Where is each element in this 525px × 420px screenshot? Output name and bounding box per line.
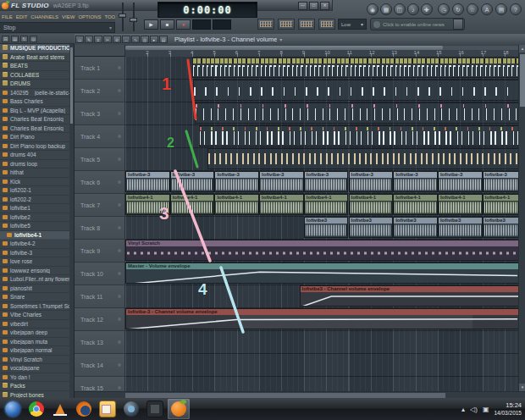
browser-item[interactable]: DRUMS <box>0 80 70 89</box>
audio-clip[interactable]: lofivibe4-1 <box>483 194 518 215</box>
menu-options[interactable]: OPTIONS <box>76 14 102 19</box>
time-panel-button[interactable]: ◷ <box>438 3 450 15</box>
audio-clip[interactable]: lofivibe4-1 <box>393 194 438 215</box>
browser-item[interactable]: lofivibe4-2 <box>0 240 70 249</box>
track-label[interactable]: Track 2 <box>75 80 125 102</box>
playlist-v-scrollbar[interactable]: ▴ ▾ <box>518 45 525 391</box>
typing-keyboard-button[interactable]: A <box>481 3 493 15</box>
browser-item[interactable]: COLLABES <box>0 71 70 80</box>
browser-item[interactable]: Sometimes I.Trumpet Solo <box>0 302 70 312</box>
audio-clip[interactable]: lofivibe-3 <box>259 171 304 192</box>
playlist-lane[interactable] <box>125 80 518 102</box>
browser-item[interactable]: Yo dan ! <box>0 373 70 383</box>
track-mute-led[interactable] <box>118 89 121 92</box>
audio-clip[interactable]: lofivibe3 <box>349 217 394 238</box>
browser-item[interactable]: drums loop <box>0 160 70 169</box>
track-mute-led[interactable] <box>118 386 121 390</box>
pattern-clip[interactable] <box>192 57 518 78</box>
audio-clip[interactable]: lofivibe-3 <box>483 171 518 192</box>
favorites-button[interactable]: ☆ <box>467 3 478 15</box>
playlist-lane[interactable]: lofivibe3 - Channel volume envelope <box>125 285 518 308</box>
browser-item[interactable]: love rose <box>0 257 70 267</box>
browser-item[interactable]: Lubol.Filer..nt any flowers <box>0 275 70 285</box>
taskbar-firefox-button[interactable] <box>73 399 95 419</box>
taskbar-generic-app-button[interactable] <box>144 399 166 419</box>
track-mute-led[interactable] <box>118 226 121 229</box>
audio-clip[interactable]: lofivibe-3 <box>170 171 215 192</box>
playlist-menu-caret-icon[interactable]: ▾ <box>279 36 282 42</box>
playlist-lane[interactable] <box>125 377 518 391</box>
menu-tools[interactable]: TOOLS <box>102 14 115 19</box>
track-mute-led[interactable] <box>118 340 121 344</box>
audio-clip[interactable]: lofivibe4-1 <box>349 194 394 215</box>
audio-clip[interactable]: Vinyl Scratch <box>125 240 518 261</box>
browser-item[interactable]: vibejapan deep <box>0 329 70 338</box>
browser-item[interactable]: Charles Beat Ensoniq <box>0 124 70 134</box>
taskbar-chrome-button[interactable] <box>25 399 47 419</box>
audio-clip[interactable]: lofivibe-3 <box>304 171 349 192</box>
delete-tool-icon[interactable]: ⊘ <box>113 36 121 43</box>
browser-item[interactable]: lofivibe1 <box>0 204 70 213</box>
browser-item[interactable]: vibejapan normal <box>0 346 70 356</box>
browser-item[interactable]: Big L - MVP (Acapella) <box>0 107 70 116</box>
audio-clip[interactable]: lofivibe-3 <box>438 171 483 192</box>
taskbar-fl-studio-button[interactable] <box>168 399 190 419</box>
playlist-lane[interactable]: lofivibe4-1lofivibe4-1lofivibe4-1lofivib… <box>125 194 518 217</box>
playlist-lane[interactable] <box>125 354 518 377</box>
maximize-button[interactable]: □ <box>309 2 318 10</box>
browser-item[interactable]: Dirt Piano loop backup <box>0 142 70 152</box>
playlist-lane[interactable]: lofivibe-3 - Channel volume envelope <box>125 308 518 331</box>
track-mute-led[interactable] <box>118 180 121 184</box>
audio-clip[interactable]: lofivibe4-1 <box>125 194 170 215</box>
browser-item[interactable]: drums 404 <box>0 151 70 160</box>
step-sequencer-button[interactable]: ♪ <box>407 3 419 15</box>
audio-clip[interactable]: lofivibe3 <box>483 217 518 238</box>
filter-dropdown[interactable]: Low ▾ <box>338 19 367 30</box>
mixer-button[interactable]: ▦ <box>380 3 392 15</box>
play-button[interactable]: ▶ <box>144 19 158 30</box>
browser-item[interactable]: Kick <box>0 178 70 187</box>
menu-edit[interactable]: EDIT <box>14 14 30 19</box>
shortcut-icons-4[interactable] <box>318 19 335 30</box>
speaker-icon[interactable]: ◁) <box>470 406 478 413</box>
browser-item[interactable]: Vinyl Scratch <box>0 356 70 365</box>
tray-expand-icon[interactable]: ▴ <box>461 406 465 413</box>
collapse-all-icon[interactable]: ⊟ <box>2 36 9 42</box>
tap-tempo-button[interactable]: ◉ <box>367 3 379 15</box>
browser-item[interactable]: vocaljapane <box>0 364 70 373</box>
help-button[interactable]: ? <box>510 3 522 15</box>
browser-item[interactable]: lofi202-2 <box>0 196 70 205</box>
track-label[interactable]: Track 3 <box>75 102 125 125</box>
audio-clip[interactable]: lofivibe3 <box>304 217 349 238</box>
taskbar-clock[interactable]: 15:24 14/03/2015 <box>494 401 522 417</box>
close-button[interactable]: ✕ <box>320 2 329 10</box>
audio-clip[interactable]: lofivibe-3 <box>393 171 438 192</box>
envelope-clip[interactable]: Master - Volume envelope <box>125 262 518 284</box>
find-icon[interactable]: ◎ <box>30 36 37 42</box>
piano-roll-button[interactable]: ◫ <box>394 3 406 15</box>
playback-tool-icon[interactable]: ▸ <box>150 36 158 43</box>
playlist-lane[interactable]: Master - Volume envelope <box>125 262 518 285</box>
menu-file[interactable]: FILE <box>0 14 14 19</box>
view-mode-icon[interactable]: ▤ <box>11 36 19 42</box>
track-label[interactable]: Track 1 <box>75 57 125 80</box>
track-mute-led[interactable] <box>118 203 121 207</box>
browser-item[interactable]: pianoshit <box>0 285 70 294</box>
track-mute-led[interactable] <box>118 158 121 161</box>
track-mute-led[interactable] <box>118 249 121 252</box>
playlist-lane[interactable]: lofivibe-3lofivibe-3lofivibe-3lofivibe-3… <box>125 171 518 194</box>
master-volume-slider[interactable] <box>119 3 126 31</box>
paint-tool-icon[interactable]: ≡ <box>94 36 102 43</box>
browser-item[interactable]: Charles Beat Ensoniq <box>0 115 70 124</box>
pattern-clip[interactable] <box>199 125 518 146</box>
menu-view[interactable]: VIEW <box>60 14 76 19</box>
track-label[interactable]: Track 13 <box>75 331 125 354</box>
track-label[interactable]: Track 9 <box>75 240 125 262</box>
pattern-clip[interactable] <box>207 148 518 169</box>
pattern-clip[interactable] <box>195 102 518 124</box>
record-button[interactable]: ● <box>176 19 191 30</box>
track-mute-led[interactable] <box>118 295 121 298</box>
track-label[interactable]: Track 10 <box>75 262 125 285</box>
taskbar-explorer-button[interactable] <box>97 399 119 419</box>
browser-item[interactable]: Project bones <box>0 391 70 399</box>
